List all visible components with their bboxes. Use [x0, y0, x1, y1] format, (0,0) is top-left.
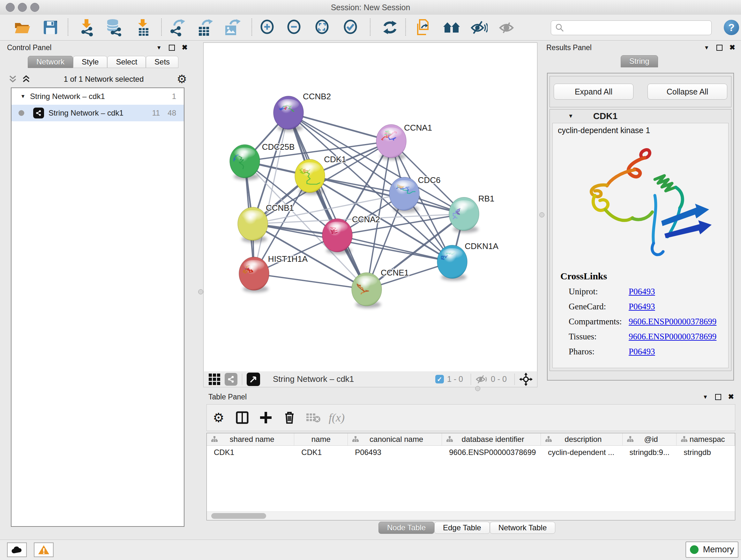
cloud-button[interactable]: [7, 543, 27, 557]
network-node-hist1h1a[interactable]: HIST1H1A: [239, 254, 308, 293]
zoom-out-button[interactable]: [285, 18, 303, 37]
show-columns-icon[interactable]: [230, 411, 254, 424]
network-node-rb1[interactable]: RB1: [449, 194, 494, 233]
table-options-gear-icon[interactable]: ⚙: [207, 410, 230, 425]
tab-network[interactable]: Network: [28, 56, 73, 68]
search-input[interactable]: [567, 23, 711, 33]
crosslink-link[interactable]: P06493: [629, 287, 655, 297]
tab-style[interactable]: Style: [73, 56, 107, 68]
zoom-in-button[interactable]: [259, 18, 276, 37]
column-header-namespac[interactable]: namespac: [677, 433, 735, 445]
delete-column-icon[interactable]: [278, 411, 301, 424]
tab-sets[interactable]: Sets: [146, 56, 179, 68]
panel-menu-icon[interactable]: ▼: [703, 394, 708, 400]
column-header-description[interactable]: description: [541, 433, 623, 445]
panel-float-icon[interactable]: [169, 45, 175, 51]
create-column-icon[interactable]: [254, 411, 278, 424]
collapse-all-button[interactable]: Collapse All: [648, 84, 727, 100]
network-canvas[interactable]: CCNB2CCNA1CDC25BCDK1CDC6RB1CCNB1CCNA2CDK…: [203, 43, 537, 372]
crosslink-link[interactable]: P06493: [629, 347, 655, 357]
memory-button[interactable]: Memory: [685, 542, 738, 558]
results-panel-title: Results Panel: [546, 44, 592, 52]
network-node-cdc25b[interactable]: CDC25B: [230, 142, 294, 180]
tab-string[interactable]: String: [621, 55, 658, 67]
network-options-gear-icon[interactable]: ⚙: [177, 73, 187, 85]
tab-network-table[interactable]: Network Table: [490, 522, 556, 534]
horizontal-splitter-handle[interactable]: [475, 386, 480, 391]
table-row[interactable]: CDK1CDK1P064939606.ENSP00000378699cyclin…: [207, 446, 735, 459]
tree-expand-icon[interactable]: ▼: [20, 94, 30, 99]
table-cell[interactable]: stringdb:9...: [623, 446, 677, 459]
string-home-button[interactable]: [443, 18, 461, 37]
table-cell[interactable]: P06493: [348, 446, 442, 459]
panel-close-icon[interactable]: ✖: [182, 44, 188, 51]
show-graphics-details-button[interactable]: [470, 18, 488, 37]
help-button[interactable]: ?: [724, 20, 739, 35]
export-table-button[interactable]: [196, 18, 214, 37]
table-cell[interactable]: CDK1: [207, 446, 294, 459]
export-image-button[interactable]: [223, 18, 241, 37]
column-header-canonical-name[interactable]: canonical name: [348, 433, 442, 445]
network-edge[interactable]: [337, 235, 452, 262]
expand-all-button[interactable]: Expand All: [554, 84, 633, 100]
table-cell[interactable]: stringdb: [677, 446, 735, 459]
import-network-file-button[interactable]: [77, 18, 95, 37]
panel-close-icon[interactable]: ✖: [730, 44, 735, 51]
hide-graphics-details-button[interactable]: [498, 18, 516, 37]
panel-float-icon[interactable]: [715, 394, 721, 400]
tab-edge-table[interactable]: Edge Table: [434, 522, 490, 534]
apply-layout-button[interactable]: [381, 18, 399, 37]
panel-float-icon[interactable]: [717, 45, 723, 51]
network-share-icon[interactable]: [225, 373, 238, 386]
right-splitter-handle[interactable]: [539, 212, 544, 217]
grid-view-icon[interactable]: [208, 373, 221, 386]
section-collapse-icon[interactable]: ▼: [568, 113, 574, 119]
column-header-database-identifier[interactable]: database identifier: [442, 433, 541, 445]
network-row[interactable]: String Network – cdk1 11 48: [11, 105, 184, 121]
column-header-shared-name[interactable]: shared name: [207, 433, 294, 445]
horizontal-scrollbar[interactable]: [207, 511, 735, 520]
left-splitter-handle[interactable]: [198, 289, 203, 294]
network-selection-status: 1 of 1 Network selected: [30, 75, 177, 84]
pan-crosshair-icon[interactable]: [519, 373, 533, 386]
table-cell[interactable]: 9606.ENSP00000378699: [442, 446, 541, 459]
panel-menu-icon[interactable]: ▼: [704, 45, 710, 51]
column-header-name[interactable]: name: [294, 433, 348, 445]
export-network-button[interactable]: [169, 18, 187, 37]
network-edge[interactable]: [254, 273, 367, 289]
network-node-cdk1[interactable]: CDK1: [295, 154, 346, 195]
birdseye-view-icon[interactable]: [247, 373, 260, 386]
panel-menu-icon[interactable]: ▼: [156, 45, 162, 51]
tab-select[interactable]: Select: [107, 56, 146, 68]
network-node-ccnb1[interactable]: CCNB1: [238, 203, 294, 243]
import-table-file-button[interactable]: [134, 18, 151, 37]
zoom-selected-button[interactable]: [342, 18, 360, 37]
crosslink-link[interactable]: 9606.ENSP00000378699: [629, 317, 717, 327]
expand-all-icon[interactable]: [22, 75, 30, 83]
node-result-header[interactable]: ▼ CDK1: [550, 110, 731, 123]
table-cell[interactable]: CDK1: [294, 446, 348, 459]
selected-indicator-checkbox[interactable]: ✓: [435, 375, 444, 383]
network-graph[interactable]: CCNB2CCNA1CDC25BCDK1CDC6RB1CCNB1CCNA2CDK…: [204, 43, 537, 372]
node-label: CCNA2: [352, 214, 380, 224]
collapse-all-icon[interactable]: [8, 75, 17, 83]
open-session-button[interactable]: [13, 18, 31, 37]
panel-close-icon[interactable]: ✖: [728, 393, 734, 400]
network-view-title: String Network – cdk1: [273, 374, 354, 384]
warnings-button[interactable]: [34, 543, 54, 557]
network-collection-row[interactable]: ▼ String Network – cdk1 1: [11, 88, 184, 105]
column-header--id[interactable]: @id: [623, 433, 677, 445]
network-node-ccna2[interactable]: CCNA2: [322, 214, 380, 254]
new-network-from-selection-button[interactable]: [415, 18, 433, 37]
import-network-database-button[interactable]: [105, 18, 123, 37]
network-node-cdkn1a[interactable]: CDKN1A: [437, 241, 498, 281]
network-edge[interactable]: [254, 113, 288, 273]
tab-node-table[interactable]: Node Table: [379, 522, 434, 534]
save-session-button[interactable]: [42, 18, 59, 37]
node-label: CCNE1: [381, 268, 409, 277]
crosslink-link[interactable]: P06493: [629, 302, 655, 312]
crosslink-link[interactable]: 9606.ENSP00000378699: [629, 332, 717, 341]
zoom-fit-button[interactable]: [313, 18, 331, 37]
table-cell[interactable]: cyclin-dependent ...: [541, 446, 623, 459]
scrollbar-thumb[interactable]: [211, 513, 266, 519]
